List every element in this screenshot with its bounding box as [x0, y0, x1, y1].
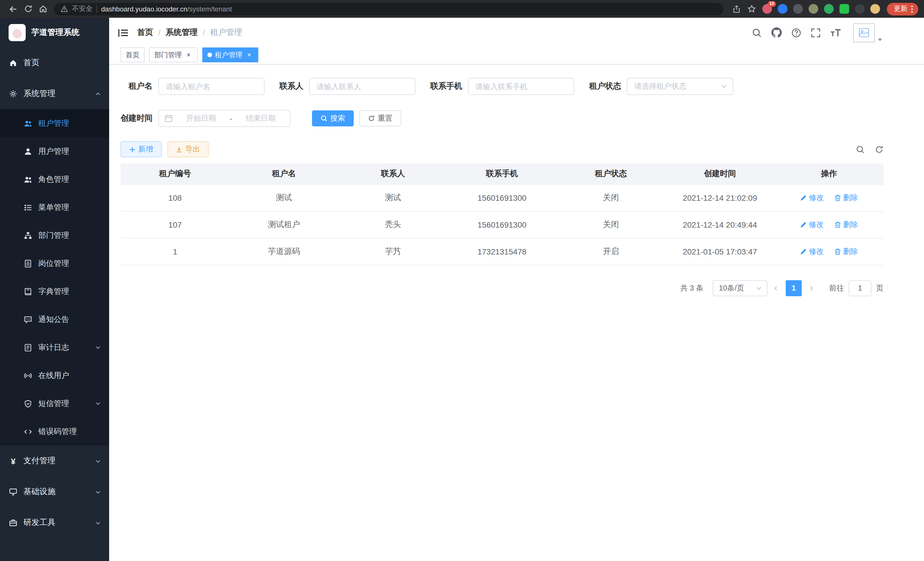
user-avatar[interactable]	[853, 23, 875, 42]
sidebar-item-system[interactable]: 系统管理	[0, 78, 109, 109]
breadcrumb-home[interactable]: 首页	[137, 27, 153, 38]
menu-label: 研发工具	[23, 517, 56, 528]
sidebar-item-infra[interactable]: 基础设施	[0, 476, 109, 507]
cell-id: 1	[121, 238, 230, 265]
help-icon[interactable]	[791, 28, 801, 38]
edit-link[interactable]: 修改	[800, 219, 824, 230]
cell-created: 2021-12-14 21:02:09	[665, 184, 774, 211]
sidebar-item-online-user[interactable]: 在线用户	[0, 361, 109, 390]
phone-label: 联系手机	[430, 81, 462, 92]
extension-icon-2[interactable]	[778, 4, 788, 14]
cell-actions: 修改 删除	[774, 238, 884, 265]
page-unit-label: 页	[876, 283, 884, 293]
table-row: 108 测试 测试 15601691300 关闭 2021-12-14 21:0…	[121, 184, 884, 211]
home-icon[interactable]	[35, 2, 50, 16]
extension-icon-5[interactable]	[824, 4, 834, 14]
contact-input[interactable]	[309, 78, 416, 95]
sidebar-item-tenant[interactable]: 租户管理	[0, 109, 109, 137]
tab-home[interactable]: 首页	[121, 47, 145, 62]
breadcrumb: 首页 / 系统管理 / 租户管理	[137, 27, 242, 38]
devtools-icon	[9, 519, 17, 527]
tab-label: 租户管理	[215, 50, 242, 60]
extension-icon-6[interactable]	[839, 4, 849, 14]
table-row: 107 测试租户 秃头 15601691300 关闭 2021-12-14 20…	[121, 211, 884, 238]
close-icon[interactable]: ×	[184, 51, 193, 59]
extension-icon-1[interactable]: 10	[762, 4, 772, 14]
status-select[interactable]: 请选择租户状态	[627, 78, 733, 95]
sidebar-item-post[interactable]: 岗位管理	[0, 249, 109, 277]
extension-icon-4[interactable]	[808, 4, 818, 14]
date-range-picker[interactable]: 开始日期 - 结束日期	[158, 110, 290, 127]
sidebar-item-dept[interactable]: 部门管理	[0, 221, 109, 249]
update-button[interactable]: 更新	[887, 3, 918, 15]
reload-icon[interactable]	[21, 2, 35, 16]
col-header-id: 租户编号	[121, 164, 230, 184]
tab-dept[interactable]: 部门管理 ×	[149, 47, 198, 62]
breadcrumb-separator: /	[158, 28, 160, 37]
sidebar-item-user[interactable]: 用户管理	[0, 137, 109, 165]
menu-label: 岗位管理	[38, 258, 69, 268]
extension-icon-7[interactable]	[855, 4, 865, 14]
reset-button[interactable]: 重置	[359, 110, 401, 126]
page-number-button[interactable]: 1	[786, 280, 802, 296]
col-header-actions: 操作	[774, 164, 884, 184]
goto-page-input[interactable]	[849, 280, 872, 296]
breadcrumb-system[interactable]: 系统管理	[166, 27, 198, 38]
search-toggle-icon[interactable]	[856, 145, 865, 153]
sidebar-item-home[interactable]: 首页	[0, 47, 109, 78]
logo-row[interactable]: 芋道管理系统	[0, 18, 109, 47]
col-header-contact: 联系人	[339, 164, 447, 184]
profile-avatar[interactable]	[870, 4, 880, 14]
edit-icon	[800, 221, 807, 228]
chevron-down-icon	[95, 400, 101, 407]
menu-list-icon	[24, 203, 32, 211]
security-label[interactable]: 不安全	[72, 4, 93, 14]
font-size-icon[interactable]	[830, 28, 841, 37]
sidebar-item-error-code[interactable]: 错误码管理	[0, 417, 109, 445]
sidebar-item-devtools[interactable]: 研发工具	[0, 507, 109, 538]
share-icon[interactable]	[729, 2, 744, 16]
user-menu[interactable]	[853, 23, 883, 42]
github-icon[interactable]	[771, 27, 782, 38]
page-size-select[interactable]: 10条/页	[712, 280, 767, 296]
col-header-name: 租户名	[230, 164, 338, 184]
address-bar[interactable]: 不安全 dashboard.yudao.iocoder.cn/system/te…	[54, 3, 723, 15]
extension-icon-3[interactable]	[793, 4, 803, 14]
refresh-icon[interactable]	[875, 145, 884, 153]
sidebar-item-role[interactable]: 角色管理	[0, 165, 109, 193]
screen: 不安全 dashboard.yudao.iocoder.cn/system/te…	[0, 0, 924, 561]
edit-link[interactable]: 修改	[800, 193, 824, 203]
tenant-name-input[interactable]	[158, 78, 265, 95]
delete-link[interactable]: 删除	[834, 193, 858, 203]
sidebar-item-audit-log[interactable]: 审计日志	[0, 333, 109, 361]
collapse-sidebar-icon[interactable]	[118, 28, 128, 37]
sidebar-item-dict[interactable]: 字典管理	[0, 277, 109, 305]
search-button[interactable]: 搜索	[312, 110, 354, 126]
add-button[interactable]: 新增	[121, 141, 162, 157]
delete-link[interactable]: 删除	[834, 219, 858, 230]
phone-input[interactable]	[468, 78, 574, 95]
sidebar-item-notice[interactable]: 通知公告	[0, 305, 109, 333]
tab-tenant[interactable]: 租户管理 ×	[202, 47, 258, 62]
sidebar-item-payment[interactable]: ¥ 支付管理	[0, 445, 109, 476]
url-path: /system/tenant	[188, 5, 232, 13]
fullscreen-icon[interactable]	[811, 28, 820, 38]
edit-link[interactable]: 修改	[800, 246, 824, 256]
back-icon[interactable]	[6, 2, 21, 16]
chevron-down-icon	[721, 83, 728, 90]
prev-page-button[interactable]	[767, 284, 784, 291]
close-icon[interactable]: ×	[245, 51, 253, 59]
chevron-down-icon	[95, 344, 101, 350]
navbar-search-icon[interactable]	[752, 28, 762, 38]
menu-label: 租户管理	[38, 118, 69, 128]
next-page-button[interactable]	[803, 284, 820, 291]
bookmark-star-icon[interactable]	[744, 2, 759, 16]
sidebar-item-sms[interactable]: 短信管理	[0, 390, 109, 417]
menu-label: 基础设施	[23, 487, 56, 497]
delete-link[interactable]: 删除	[834, 246, 858, 256]
notice-icon	[24, 315, 32, 323]
export-button[interactable]: 导出	[167, 141, 208, 157]
sidebar-item-menu[interactable]: 菜单管理	[0, 193, 109, 221]
error-code-icon	[24, 427, 32, 435]
menu-label: 菜单管理	[38, 202, 69, 212]
